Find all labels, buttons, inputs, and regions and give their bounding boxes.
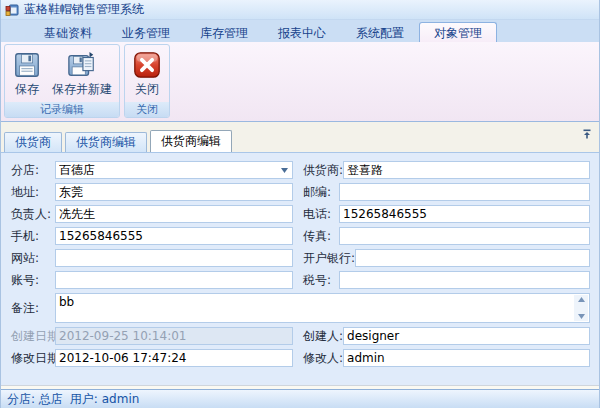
app-window: 蓝格鞋帽销售管理系统 基础资料 业务管理 库存管理 报表中心 系统配置 对象管理: [0, 0, 600, 408]
document-tab-bar: 供货商 供货商编辑 供货商编辑: [1, 122, 599, 152]
status-branch: 分店: 总店: [7, 391, 63, 408]
website-input[interactable]: [55, 249, 293, 267]
window-title: 蓝格鞋帽销售管理系统: [24, 1, 144, 18]
tax-no-label: 税号:: [293, 272, 339, 289]
remark-scrollbar[interactable]: [574, 295, 588, 321]
manager-input[interactable]: [55, 205, 293, 223]
created-by-label: 创建人:: [293, 328, 343, 345]
title-bar: 蓝格鞋帽销售管理系统: [1, 0, 599, 20]
save-new-icon: [67, 50, 97, 80]
ribbon-tab-business[interactable]: 业务管理: [107, 22, 185, 42]
doc-tab-supplier-list[interactable]: 供货商: [4, 132, 62, 152]
save-button-label: 保存: [15, 81, 39, 98]
scroll-down-icon[interactable]: [578, 314, 585, 319]
app-icon: [5, 3, 19, 17]
form-row-branch-supplier: 分店: 供货商:: [1, 161, 599, 179]
account-input[interactable]: [55, 271, 293, 289]
close-button-label: 关闭: [135, 81, 159, 98]
form-row-remark: 备注: bb: [1, 293, 599, 323]
phone-label: 电话:: [293, 206, 339, 223]
manager-label: 负责人:: [1, 206, 55, 223]
save-and-new-button-label: 保存并新建: [52, 81, 112, 98]
modified-date-input[interactable]: [55, 349, 293, 367]
scroll-up-icon[interactable]: [578, 297, 585, 302]
branch-input[interactable]: [56, 162, 292, 178]
created-date-input: [55, 327, 293, 345]
address-input[interactable]: [55, 183, 293, 201]
fax-label: 传真:: [293, 228, 339, 245]
ribbon-group-record-edit: 保存: [4, 44, 120, 118]
supplier-edit-form: 分店: 供货商: 地址: 邮编: 负责人: 电话: 手机: 传: [1, 152, 599, 385]
doc-tab-supplier-edit-1[interactable]: 供货商编辑: [65, 132, 147, 152]
modified-by-input[interactable]: [343, 349, 590, 367]
form-row-account-tax: 账号: 税号:: [1, 271, 599, 289]
ribbon-tab-strip: 基础资料 业务管理 库存管理 报表中心 系统配置 对象管理: [1, 20, 599, 42]
mobile-label: 手机:: [1, 228, 55, 245]
ribbon-tab-object-mgmt[interactable]: 对象管理: [419, 22, 497, 42]
save-and-new-button[interactable]: 保存并新建: [48, 47, 116, 99]
zipcode-label: 邮编:: [293, 184, 339, 201]
branch-combobox[interactable]: [55, 161, 293, 179]
remark-label: 备注:: [1, 300, 55, 317]
ribbon-group-caption-close: 关闭: [125, 102, 169, 117]
chevron-down-icon[interactable]: [281, 168, 288, 173]
ribbon-group-close: 关闭 关闭: [124, 44, 170, 118]
doc-tab-supplier-edit-2[interactable]: 供货商编辑: [150, 130, 232, 152]
ribbon-group-caption-record-edit: 记录编辑: [5, 102, 119, 117]
address-label: 地址:: [1, 184, 55, 201]
ribbon-tab-basic-data[interactable]: 基础资料: [29, 22, 107, 42]
close-icon: [132, 50, 162, 80]
supplier-input[interactable]: [343, 161, 590, 179]
ribbon-content: 保存: [1, 42, 599, 122]
status-user: 用户: admin: [70, 391, 139, 408]
form-row-address-zip: 地址: 邮编:: [1, 183, 599, 201]
branch-label: 分店:: [1, 162, 55, 179]
remark-textarea[interactable]: bb: [55, 293, 590, 323]
website-label: 网站:: [1, 250, 55, 267]
modified-date-label: 修改日期:: [1, 350, 55, 367]
form-row-modified: 修改日期: 修改人:: [1, 349, 599, 367]
close-button[interactable]: 关闭: [128, 47, 166, 99]
status-bar: 分店: 总店 用户: admin: [1, 389, 599, 408]
bank-input[interactable]: [355, 249, 590, 267]
bank-label: 开户银行:: [293, 250, 355, 267]
collapse-pin-icon[interactable]: [582, 128, 592, 142]
save-button[interactable]: 保存: [8, 47, 46, 99]
form-row-manager-phone: 负责人: 电话:: [1, 205, 599, 223]
account-label: 账号:: [1, 272, 55, 289]
phone-input[interactable]: [339, 205, 590, 223]
fax-input[interactable]: [339, 227, 590, 245]
ribbon-tab-system-config[interactable]: 系统配置: [341, 22, 419, 42]
ribbon-tab-inventory[interactable]: 库存管理: [185, 22, 263, 42]
remark-text: bb: [56, 294, 589, 309]
supplier-label: 供货商:: [293, 162, 343, 179]
created-date-label: 创建日期:: [1, 328, 55, 345]
ribbon-tab-reports[interactable]: 报表中心: [263, 22, 341, 42]
save-icon: [12, 50, 42, 80]
modified-by-label: 修改人:: [293, 350, 343, 367]
tax-no-input[interactable]: [339, 271, 590, 289]
form-row-mobile-fax: 手机: 传真:: [1, 227, 599, 245]
created-by-input[interactable]: [343, 327, 590, 345]
form-row-website-bank: 网站: 开户银行:: [1, 249, 599, 267]
zipcode-input[interactable]: [339, 183, 590, 201]
form-row-created: 创建日期: 创建人:: [1, 327, 599, 345]
mobile-input[interactable]: [55, 227, 293, 245]
